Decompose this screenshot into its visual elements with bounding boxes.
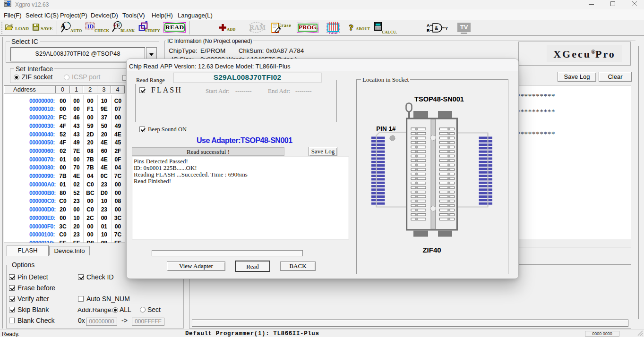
svg-text:PIN 1#: PIN 1# — [376, 125, 396, 132]
svg-text:TSOP48-SN001: TSOP48-SN001 — [414, 95, 464, 103]
svg-text:ZIF40: ZIF40 — [422, 246, 441, 254]
